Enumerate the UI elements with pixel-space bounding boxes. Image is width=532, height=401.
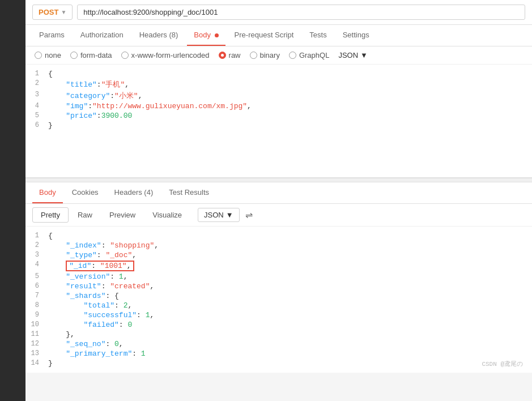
res-line-11: 11 },	[25, 330, 532, 339]
res-line-3: 3 "_type": "_doc",	[25, 250, 532, 260]
res-line-12: 12 "_seq_no": 0,	[25, 339, 532, 349]
method-button[interactable]: POST ▼	[32, 5, 73, 20]
res-line-4: 4 "_id": "1001",	[25, 260, 532, 272]
view-tab-raw[interactable]: Raw	[70, 208, 100, 222]
tab-headers[interactable]: Headers (8)	[133, 25, 185, 46]
request-editor[interactable]: 1 { 2 "title":"手机", 3 "category":"小米", 4…	[25, 65, 532, 178]
radio-binary-circle	[250, 52, 257, 59]
req-line-5: 5 "price":3900.00	[25, 111, 532, 121]
radio-binary[interactable]: binary	[250, 51, 280, 59]
view-tab-visualize[interactable]: Visualize	[144, 208, 190, 222]
radio-graphql-circle	[289, 52, 296, 59]
tab-tests[interactable]: Tests	[303, 25, 333, 46]
res-line-14: 14 }	[25, 359, 532, 368]
view-tab-pretty[interactable]: Pretty	[32, 207, 69, 223]
radio-urlencoded-label: x-www-form-urlencoded	[131, 51, 210, 59]
tab-authorization[interactable]: Authorization	[74, 25, 130, 46]
url-input[interactable]	[77, 5, 525, 20]
response-tab-cookies[interactable]: Cookies	[65, 182, 105, 203]
view-tab-preview[interactable]: Preview	[101, 208, 143, 222]
res-line-1: 1 {	[25, 231, 532, 241]
response-tab-bar: Body Cookies Headers (4) Test Results	[25, 182, 532, 204]
res-line-5: 5 "_version": 1,	[25, 272, 532, 281]
method-label: POST	[39, 8, 58, 16]
wrap-lines-icon[interactable]: ⇌	[245, 210, 253, 220]
body-format-arrow: ▼	[360, 51, 368, 59]
res-line-13: 13 "_primary_term": 1	[25, 349, 532, 359]
radio-formdata[interactable]: form-data	[70, 51, 112, 59]
response-format-arrow: ▼	[226, 211, 233, 219]
res-line-6: 6 "result": "created",	[25, 281, 532, 291]
res-line-7: 7 "_shards": {	[25, 291, 532, 301]
tab-body[interactable]: Body	[187, 25, 225, 46]
radio-raw-label: raw	[229, 51, 241, 59]
res-line-2: 2 "_index": "shopping",	[25, 241, 532, 250]
response-tab-headers[interactable]: Headers (4)	[108, 182, 160, 203]
body-dot	[215, 33, 219, 37]
radio-raw-circle	[219, 52, 226, 59]
response-format-select[interactable]: JSON ▼	[198, 208, 240, 222]
radio-urlencoded-circle	[121, 52, 129, 59]
response-tab-testresults[interactable]: Test Results	[162, 182, 216, 203]
radio-graphql[interactable]: GraphQL	[289, 51, 329, 59]
body-format-label: JSON	[338, 51, 358, 59]
watermark: CSDN @鸢尾の	[482, 360, 523, 368]
section-divider	[25, 178, 532, 182]
url-bar: POST ▼	[25, 0, 532, 25]
response-format-label: JSON	[204, 211, 224, 219]
radio-binary-label: binary	[260, 51, 280, 59]
request-tab-bar: Params Authorization Headers (8) Body Pr…	[25, 25, 532, 46]
body-format-select[interactable]: JSON ▼	[338, 51, 368, 59]
response-tab-body[interactable]: Body	[32, 182, 63, 203]
res-line-9: 9 "successful": 1,	[25, 310, 532, 320]
req-line-4: 4 "img":"http://www.gulixueyuan.com/xm.j…	[25, 101, 532, 111]
tab-settings[interactable]: Settings	[336, 25, 376, 46]
req-line-6: 6 }	[25, 121, 532, 130]
sidebar-strip	[0, 0, 25, 401]
radio-formdata-circle	[70, 52, 78, 59]
res-line-10: 10 "failed": 0	[25, 320, 532, 330]
tab-params[interactable]: Params	[32, 25, 71, 46]
view-tabs-bar: Pretty Raw Preview Visualize JSON ▼ ⇌	[25, 204, 532, 227]
method-dropdown-arrow: ▼	[61, 9, 66, 15]
res-line-8: 8 "total": 2,	[25, 301, 532, 310]
req-line-3: 3 "category":"小米",	[25, 90, 532, 101]
radio-none[interactable]: none	[35, 51, 61, 59]
radio-raw[interactable]: raw	[219, 51, 241, 59]
tab-prerequest[interactable]: Pre-request Script	[228, 25, 301, 46]
radio-none-label: none	[45, 51, 61, 59]
radio-none-circle	[35, 52, 42, 59]
response-body: 1 { 2 "_index": "shopping", 3 "_type": "…	[25, 227, 532, 373]
radio-urlencoded[interactable]: x-www-form-urlencoded	[121, 51, 210, 59]
req-line-1: 1 {	[25, 69, 532, 79]
radio-formdata-label: form-data	[80, 51, 112, 59]
radio-graphql-label: GraphQL	[299, 51, 329, 59]
req-line-2: 2 "title":"手机",	[25, 79, 532, 90]
body-type-bar: none form-data x-www-form-urlencoded raw…	[25, 46, 532, 65]
